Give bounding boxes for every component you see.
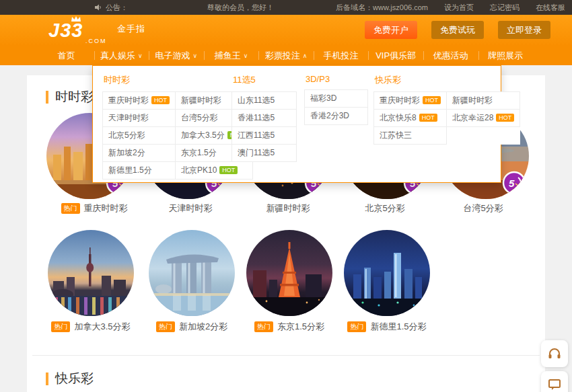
menu-item[interactable]: 香港2分3D — [305, 108, 368, 125]
menu-item[interactable]: 重庆时时彩HOT — [374, 92, 447, 110]
topbar: 公告： 尊敬的会员，您好！ 后备域名：www.jsz006.com 设为首页 忘… — [0, 0, 572, 15]
lottery-label-chongqing[interactable]: 热门 重庆时时彩 — [40, 202, 148, 214]
hot-badge: 热门 — [347, 321, 366, 332]
lottery-label-tokyo[interactable]: 热门 东京1.5分彩 — [236, 321, 343, 333]
title-accent-bar — [46, 91, 48, 104]
chevron-up-icon: ∧ — [303, 52, 308, 59]
section-title-klc: 快乐彩 — [46, 370, 94, 387]
lottery-label-taiwan5[interactable]: 台湾5分彩 — [429, 202, 537, 214]
free-trial-button[interactable]: 免费试玩 — [431, 21, 484, 39]
menu-col-title-11x5: 11选5 — [233, 74, 297, 86]
menu-item[interactable]: 北京5分彩 — [103, 127, 176, 145]
menu-item[interactable]: 新加坡2分 — [103, 145, 176, 162]
menu-item[interactable]: 新疆时时彩 — [447, 92, 520, 110]
speaker-icon — [94, 3, 102, 11]
menu-item[interactable]: 新德里1.5分 — [103, 162, 176, 180]
menu-col-title-klc: 快乐彩 — [375, 74, 520, 86]
svg-text:5: 5 — [509, 178, 515, 189]
menu-item[interactable]: 重庆时时彩HOT — [103, 92, 176, 110]
nav-lottery[interactable]: 彩票投注∧ — [258, 46, 314, 65]
title-accent-bar — [46, 373, 48, 385]
chevron-down-icon: ∨ — [244, 52, 248, 59]
lottery-photo-delhi[interactable] — [344, 230, 430, 316]
page: 公告： 尊敬的会员，您好！ 后备域名：www.jsz006.com 设为首页 忘… — [0, 0, 572, 392]
logo-suffix: .COM — [85, 38, 107, 44]
section-title-ssc: 时时彩 — [46, 88, 94, 106]
login-button[interactable]: 立即登录 — [498, 21, 550, 39]
menu-item[interactable]: 香港11选5 — [232, 110, 297, 127]
hot-badge: HOT — [219, 166, 238, 174]
free-register-button[interactable]: 免费开户 — [365, 21, 417, 39]
menu-item[interactable]: 江西11选5 — [232, 127, 297, 145]
nav-slots[interactable]: 电子游戏∨ — [149, 46, 204, 65]
announcement: 公告： — [94, 3, 128, 13]
nav-license[interactable]: 牌照展示 — [478, 46, 534, 65]
nav-vip-club[interactable]: VIP俱乐部 — [368, 46, 423, 65]
forgot-password-link[interactable]: 忘记密码 — [490, 3, 520, 13]
announcement-label: 公告： — [106, 3, 128, 13]
set-homepage-link[interactable]: 设为首页 — [444, 3, 474, 13]
hot-badge: HOT — [423, 96, 441, 104]
lottery-label-canada[interactable]: 热门 加拿大3.5分彩 — [37, 321, 145, 333]
menu-col-title-3d: 3D/P3 — [306, 74, 368, 84]
menu-item[interactable]: 北京PK10HOT — [176, 162, 253, 180]
member-greeting: 尊敬的会员，您好！ — [207, 3, 274, 13]
lottery-label-xinjiang[interactable]: 新疆时时彩 — [234, 202, 342, 214]
menu-item[interactable]: 澳门11选5 — [232, 145, 297, 162]
live-chat-button[interactable] — [541, 371, 568, 392]
hot-badge: HOT — [151, 96, 170, 104]
menu-item-empty — [447, 127, 520, 145]
nav-fishing[interactable]: 捕鱼王∨ — [204, 46, 259, 65]
chevron-down-icon: ∨ — [193, 52, 198, 59]
headset-icon — [547, 346, 562, 361]
section-divider — [32, 355, 540, 356]
hot-badge: 热门 — [156, 321, 175, 332]
nav-mobile-bet[interactable]: 手机投注 — [314, 46, 369, 65]
menu-item[interactable]: 江苏快三 — [374, 127, 447, 145]
menu-item[interactable]: 福彩3D — [305, 90, 368, 108]
hot-badge: HOT — [496, 114, 514, 122]
logo-text: J33 — [48, 19, 83, 42]
online-service-link[interactable]: 在线客服 — [536, 3, 565, 13]
menu-item[interactable]: 山东11选5 — [232, 92, 297, 110]
lottery-mega-menu: 时时彩 重庆时时彩HOT 新疆时时彩 天津时时彩 台湾5分彩 北京5分彩 加拿大… — [92, 65, 501, 183]
lottery-photo-toronto[interactable] — [48, 230, 134, 316]
menu-col-title-ssc: 时时彩 — [104, 74, 253, 86]
nav-live-casino[interactable]: 真人娱乐∨ — [94, 46, 149, 65]
backup-domain-link[interactable]: 后备域名：www.jsz006.com — [336, 3, 428, 13]
floating-toolbar — [541, 340, 568, 392]
hot-badge: HOT — [419, 114, 437, 122]
main-nav: 首页 真人娱乐∨ 电子游戏∨ 捕鱼王∨ 彩票投注∧ 手机投注 VIP俱乐部 优惠… — [0, 46, 572, 65]
nav-home[interactable]: 首页 — [39, 46, 94, 65]
lottery-label-beijing5[interactable]: 北京5分彩 — [331, 202, 439, 214]
lottery-photo-singapore[interactable] — [149, 230, 235, 316]
lottery-photo-tokyo[interactable] — [246, 230, 332, 316]
lottery-label-singapore[interactable]: 热门 新加坡2分彩 — [138, 321, 246, 333]
lottery-label-tianjin[interactable]: 天津时时彩 — [137, 202, 244, 214]
menu-item[interactable]: 北京幸运28HOT — [447, 110, 520, 127]
hot-badge: 热门 — [51, 321, 70, 332]
menu-item[interactable]: 天津时时彩 — [103, 110, 176, 127]
menu-item[interactable]: 北京快乐8HOT — [374, 110, 447, 127]
logo-chinese-name: 金手指 — [117, 23, 145, 35]
site-logo[interactable]: J33 .COM 金手指 — [48, 17, 203, 45]
lottery-label-delhi[interactable]: 热门 新德里1.5分彩 — [333, 321, 441, 333]
chat-icon — [547, 377, 562, 392]
hot-badge: 热门 — [61, 203, 80, 214]
hot-badge: 热门 — [254, 321, 273, 332]
customer-service-button[interactable] — [541, 340, 568, 367]
header: J33 .COM 金手指 免费开户 免费试玩 立即登录 — [0, 15, 572, 46]
chevron-down-icon: ∨ — [138, 52, 143, 59]
nav-promotions[interactable]: 优惠活动 — [423, 46, 478, 65]
